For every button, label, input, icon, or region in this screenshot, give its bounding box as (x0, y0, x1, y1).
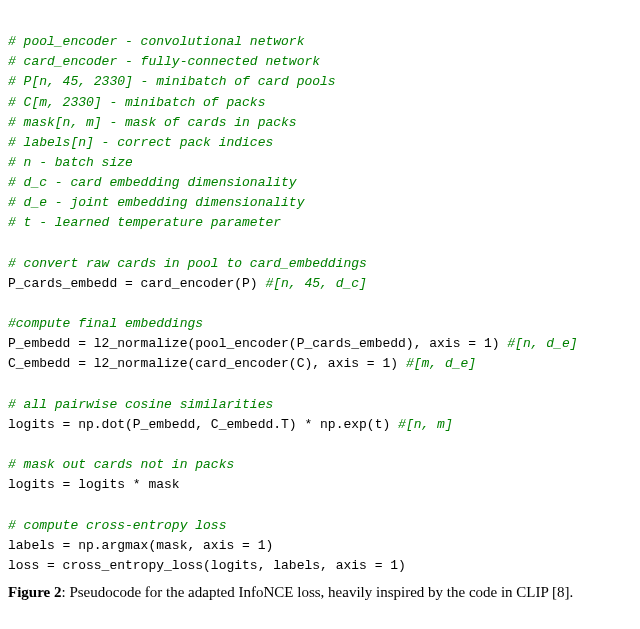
code-p-cards-embedd: P_cards_embedd = card_encoder(P) (8, 276, 265, 291)
comment-ce-loss: # compute cross-entropy loss (8, 518, 226, 533)
comment-pool-encoder: # pool_encoder - convolutional network (8, 34, 304, 49)
code-loss: loss = cross_entropy_loss(logits, labels… (8, 558, 406, 573)
comment-mask: # mask[n, m] - mask of cards in packs (8, 115, 297, 130)
comment-t: # t - learned temperature parameter (8, 215, 281, 230)
pseudocode-block: # pool_encoder - convolutional network #… (8, 12, 632, 576)
figure-label: Figure 2 (8, 584, 61, 600)
comment-final-embed: #compute final embeddings (8, 316, 203, 331)
code-logits: logits = np.dot(P_embedd, C_embedd.T) * … (8, 417, 398, 432)
comment-convert: # convert raw cards in pool to card_embe… (8, 256, 367, 271)
comment-logits-dim: #[n, m] (398, 417, 453, 432)
comment-mask-out: # mask out cards not in packs (8, 457, 234, 472)
comment-p-shape: # P[n, 45, 2330] - minibatch of card poo… (8, 74, 336, 89)
figure-caption: Figure 2: Pseudocode for the adapted Inf… (8, 582, 632, 602)
comment-dc: # d_c - card embedding dimensionality (8, 175, 297, 190)
comment-labels: # labels[n] - correct pack indices (8, 135, 273, 150)
figure-caption-text: : Pseudocode for the adapted InfoNCE los… (61, 584, 573, 600)
comment-p-embedd-dim: #[n, d_e] (507, 336, 577, 351)
code-logits-mask: logits = logits * mask (8, 477, 180, 492)
comment-de: # d_e - joint embedding dimensionality (8, 195, 304, 210)
code-p-embedd: P_embedd = l2_normalize(pool_encoder(P_c… (8, 336, 507, 351)
comment-c-embedd-dim: #[m, d_e] (406, 356, 476, 371)
comment-c-shape: # C[m, 2330] - minibatch of packs (8, 95, 265, 110)
code-c-embedd: C_embedd = l2_normalize(card_encoder(C),… (8, 356, 406, 371)
comment-card-encoder: # card_encoder - fully-connected network (8, 54, 320, 69)
comment-n: # n - batch size (8, 155, 133, 170)
code-labels: labels = np.argmax(mask, axis = 1) (8, 538, 273, 553)
comment-p-cards-dim: #[n, 45, d_c] (265, 276, 366, 291)
comment-pairwise: # all pairwise cosine similarities (8, 397, 273, 412)
